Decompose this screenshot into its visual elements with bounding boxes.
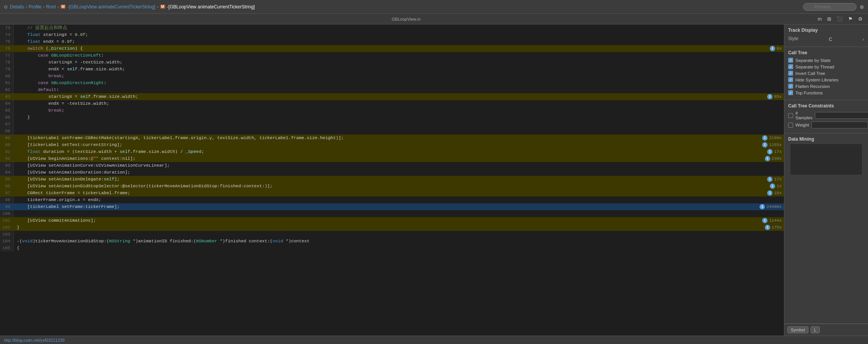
line-content: [UIView setAnimationDelegate:self]; bbox=[14, 176, 767, 183]
line-number: 84 bbox=[0, 100, 14, 107]
separate-by-thread-row[interactable]: ✓ Separate by Thread bbox=[788, 64, 864, 69]
line-number: 82 bbox=[0, 86, 14, 93]
breadcrumb-func2[interactable]: -[GBLoopView animateCurrentTickerString] bbox=[167, 4, 255, 10]
breadcrumb-profile[interactable]: Profile bbox=[29, 4, 42, 10]
data-mining-title: Data Mining bbox=[788, 136, 864, 142]
breadcrumb-func1[interactable]: -[GBLoopView animateCurrentTickerString] bbox=[67, 4, 155, 10]
table-row: 79 endX = self.frame.size.width; bbox=[0, 66, 784, 73]
breadcrumb: ⊙ Details › Profile › Root › M -[GBLoopV… bbox=[4, 4, 803, 10]
separate-by-state-row[interactable]: ✓ Separate by State bbox=[788, 58, 864, 63]
badge-count: 175x bbox=[772, 225, 782, 230]
badge-count: 17x bbox=[774, 149, 782, 154]
badge-info: i bbox=[762, 135, 768, 141]
badge-info: i bbox=[760, 204, 765, 209]
badge-area: i 85x bbox=[767, 93, 784, 100]
invert-call-tree-label: Invert Call Tree bbox=[795, 71, 825, 76]
breadcrumb-details[interactable]: Details bbox=[10, 4, 24, 10]
checkmark-icon: ✓ bbox=[789, 84, 792, 88]
samples-label: # Samples bbox=[795, 111, 813, 120]
call-tree-section: Call Tree ✓ Separate by State ✓ Separate… bbox=[784, 47, 868, 100]
line-content: CGRect tickerFrame = tickerLabel.frame; bbox=[14, 190, 767, 196]
m-badge-2: M bbox=[160, 5, 165, 9]
code-icon-btn[interactable]: ⬛ bbox=[835, 15, 844, 23]
line-content: [UIView setAnimationDidStopSelector:@sel… bbox=[14, 183, 770, 190]
table-row: 73 // 设置起点和终点 bbox=[0, 24, 784, 31]
weight-input[interactable] bbox=[811, 122, 868, 128]
table-row: 102 } i 175x bbox=[0, 224, 784, 231]
line-number: 76 bbox=[0, 45, 14, 52]
window-close-icon[interactable]: ⊗ bbox=[860, 4, 864, 10]
samples-checkbox[interactable] bbox=[788, 113, 793, 118]
line-content bbox=[14, 121, 782, 128]
table-row: 90 [tickerLabel setText:currentString]; … bbox=[0, 141, 784, 148]
flatten-recursion-row[interactable]: ✓ Flatten Recursion bbox=[788, 84, 864, 89]
table-row: 97 CGRect tickerFrame = tickerLabel.fram… bbox=[0, 190, 784, 196]
badge-area: i 1144x bbox=[762, 217, 784, 224]
hide-system-libraries-row[interactable]: ✓ Hide System Libraries bbox=[788, 77, 864, 82]
table-row: 99 [tickerLabel setFrame:tickerFrame]; i… bbox=[0, 203, 784, 210]
flag-icon-btn[interactable]: ⚑ bbox=[847, 15, 854, 23]
table-row: 89 [tickerLabel setFrame:CGRectMake(star… bbox=[0, 135, 784, 141]
line-number: 99 bbox=[0, 203, 14, 210]
badge-count: 1144x bbox=[769, 218, 782, 223]
table-row: 98 tickerFrame.origin.x = endX; bbox=[0, 196, 784, 203]
grid-icon-btn[interactable]: ⊞ bbox=[826, 15, 833, 23]
line-number: 91 bbox=[0, 148, 14, 155]
badge-count: 24400x bbox=[766, 204, 782, 209]
globe-icon: ⊙ bbox=[4, 4, 8, 10]
table-row: 100 bbox=[0, 210, 784, 217]
line-content: break; bbox=[14, 107, 782, 114]
code-panel[interactable]: 73 // 设置起点和终点 74 float startingX = 0.0f;… bbox=[0, 24, 784, 336]
separate-by-state-checkbox[interactable]: ✓ bbox=[788, 58, 793, 63]
table-row: 83 startingX = self.frame.size.width; i … bbox=[0, 93, 784, 100]
line-number: 96 bbox=[0, 183, 14, 190]
top-functions-checkbox[interactable]: ✓ bbox=[788, 90, 793, 95]
table-row: 80 break; bbox=[0, 73, 784, 80]
line-number: 104 bbox=[0, 238, 14, 245]
top-functions-row[interactable]: ✓ Top Functions bbox=[788, 90, 864, 95]
line-number: 90 bbox=[0, 141, 14, 148]
l-button[interactable]: L bbox=[811, 326, 820, 333]
badge-count: 239x bbox=[772, 156, 782, 161]
line-number: 94 bbox=[0, 169, 14, 176]
style-select[interactable]: Style C › bbox=[788, 35, 864, 44]
breadcrumb-root[interactable]: Root bbox=[46, 4, 56, 10]
table-row: 74 float startingX = 0.0f; bbox=[0, 31, 784, 38]
weight-checkbox[interactable] bbox=[788, 123, 793, 128]
search-input[interactable] bbox=[803, 3, 857, 11]
line-content bbox=[14, 128, 782, 135]
line-number: 77 bbox=[0, 52, 14, 59]
invert-call-tree-row[interactable]: ✓ Invert Call Tree bbox=[788, 71, 864, 76]
gear-icon-btn[interactable]: ⚙ bbox=[857, 15, 864, 23]
line-content: case GBLoopDirectionLeft: bbox=[14, 52, 782, 59]
weight-label: Weight bbox=[795, 123, 809, 127]
bottom-toolbar: Symbol L bbox=[784, 324, 868, 336]
table-row: 88 bbox=[0, 128, 784, 135]
flatten-recursion-checkbox[interactable]: ✓ bbox=[788, 84, 793, 89]
badge-area: i 1193x bbox=[762, 141, 784, 148]
flatten-recursion-label: Flatten Recursion bbox=[795, 84, 830, 89]
badge-count: 18x bbox=[774, 191, 782, 195]
hide-system-libraries-checkbox[interactable]: ✓ bbox=[788, 77, 793, 82]
separate-by-thread-checkbox[interactable]: ✓ bbox=[788, 64, 793, 69]
samples-input[interactable] bbox=[815, 112, 868, 119]
line-content: endX = self.frame.size.width; bbox=[14, 66, 782, 73]
table-row: 76 switch (_Direction) { i 8x bbox=[0, 45, 784, 52]
table-row: 103 bbox=[0, 231, 784, 238]
weight-constraint-row: Weight bbox=[788, 122, 864, 128]
line-content: { bbox=[14, 245, 782, 252]
top-bar-right: ⌕ ⊗ bbox=[803, 3, 864, 11]
line-number: 85 bbox=[0, 107, 14, 114]
symbol-button[interactable]: Symbol bbox=[787, 326, 808, 333]
toolbar-icons: m ⊞ ⬛ ⚑ ⚙ bbox=[816, 15, 864, 23]
table-row: 93 [UIView setAnimationCurve:UIViewAnima… bbox=[0, 162, 784, 169]
style-value: C bbox=[829, 37, 832, 42]
invert-call-tree-checkbox[interactable]: ✓ bbox=[788, 71, 793, 76]
m-badge-1: M bbox=[60, 5, 66, 9]
status-bar: http://blog.csdn.net/yxf03211239 bbox=[0, 336, 868, 344]
separate-by-state-label: Separate by State bbox=[795, 58, 831, 63]
line-content: [UIView commitAnimations]; bbox=[14, 217, 762, 224]
line-content: float duration = (textSize.width + self.… bbox=[14, 148, 767, 155]
search-wrapper: ⌕ bbox=[803, 3, 857, 11]
m-icon-btn[interactable]: m bbox=[816, 15, 823, 23]
